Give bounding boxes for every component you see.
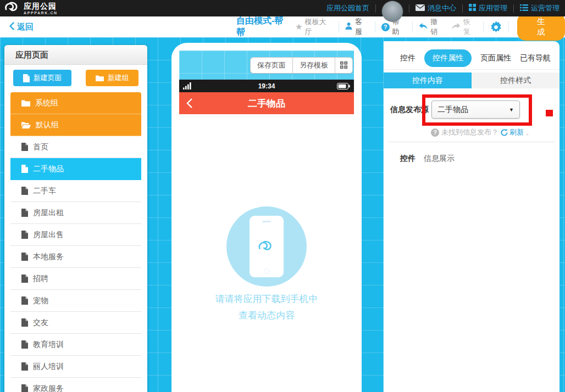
- new-group-button[interactable]: 新建组: [86, 70, 139, 86]
- file-icon: [21, 231, 28, 239]
- annotation-red-square: [546, 110, 553, 116]
- user-avatar[interactable]: [382, 1, 403, 22]
- phone-status-bar: 19:34: [179, 80, 354, 92]
- group-row-default[interactable]: 默认组: [10, 114, 141, 136]
- divider: [462, 4, 463, 13]
- file-icon: [21, 384, 28, 392]
- phone-preview-frame: 保存页面 另存模板 19:34 二手物品: [171, 43, 362, 392]
- status-time: 19:34: [179, 82, 354, 90]
- template-hall-button[interactable]: ★ 模板大厅: [295, 17, 333, 37]
- logo-swirl-icon: [4, 2, 21, 15]
- preview-actions: 保存页面 另存模板: [250, 57, 353, 74]
- star-icon: ★: [295, 22, 302, 32]
- app-page-title: 二手物品: [248, 97, 285, 110]
- qr-code-button[interactable]: [335, 58, 352, 73]
- editor-workspace: 应用页面 新建页面 新建组 系统组 默认组 首页 二手物品 二手车 房屋出: [0, 37, 565, 392]
- page-row-dating[interactable]: 交友: [10, 312, 141, 334]
- phone-screen: 19:34 二手物品 请请将应用下载到手机中 查看动态内容: [179, 80, 354, 392]
- page-row-local-service[interactable]: 本地服务: [10, 246, 141, 268]
- page-row-jobs[interactable]: 招聘: [10, 268, 141, 290]
- back-chevron-icon: [9, 22, 14, 32]
- group-row-system[interactable]: 系统组: [10, 92, 141, 114]
- app-back-icon[interactable]: [186, 98, 193, 111]
- file-icon: [21, 187, 28, 195]
- customer-service-button[interactable]: 客服: [345, 17, 369, 37]
- page-row-pets[interactable]: 宠物: [10, 290, 141, 312]
- settings-gear-icon[interactable]: [490, 21, 502, 33]
- divider: [513, 4, 514, 13]
- page-row-house-rent[interactable]: 房屋出租: [10, 202, 141, 224]
- new-page-button[interactable]: 新建页面: [13, 70, 71, 86]
- file-icon: [21, 143, 28, 151]
- divider: [412, 21, 413, 32]
- undo-button[interactable]: 撤销: [419, 17, 444, 37]
- download-illustration: [226, 206, 307, 287]
- top-link-app-manage[interactable]: 应用管理: [469, 3, 507, 13]
- save-page-button[interactable]: 保存页面: [251, 58, 293, 73]
- download-hint-text: 请请将应用下载到手机中 查看动态内容: [215, 291, 318, 324]
- pages-panel-title: 应用页面: [4, 45, 147, 65]
- top-link-messages[interactable]: 消息中心: [416, 3, 456, 13]
- annotation-red-box: [422, 94, 532, 126]
- mini-phone-icon: [250, 216, 284, 277]
- tab-page-properties[interactable]: 页面属性: [480, 53, 511, 63]
- divider: [339, 21, 339, 32]
- folder-icon: [96, 75, 104, 81]
- divider: [508, 21, 509, 32]
- divider: [375, 21, 375, 32]
- subtab-widget-style[interactable]: 控件样式: [472, 72, 560, 88]
- logo-title: 应用公园: [24, 2, 58, 10]
- battery-icon: [337, 83, 350, 89]
- page-row-home[interactable]: 首页: [10, 136, 141, 158]
- subtab-widget-content[interactable]: 控件内容: [384, 72, 472, 88]
- tab-widget-properties[interactable]: 控件属性: [424, 49, 472, 67]
- list-icon: [520, 4, 528, 13]
- question-icon: ?: [431, 128, 439, 137]
- refresh-link[interactable]: 刷新: [501, 127, 524, 137]
- pages-list: 系统组 默认组 首页 二手物品 二手车 房屋出租 房屋出售 本地服务 招聘 宠物…: [10, 92, 141, 392]
- editor-toolbar: 返回 自由模式-帮帮 ★ 模板大厅 客服 ? 帮助 撤销 恢复: [0, 16, 565, 37]
- redo-icon: [452, 23, 461, 31]
- refresh-icon: [501, 129, 508, 136]
- file-icon: [21, 209, 28, 217]
- page-title: 自由模式-帮帮: [236, 15, 291, 38]
- properties-panel: 控件 控件属性 页面属性 已有导航 控件内容 控件样式 信息发布源 二手物品 ▼…: [384, 41, 560, 392]
- page-row-beauty-training[interactable]: 丽人培训: [10, 356, 141, 378]
- top-nav-bar: 应用公园 APPPARK.CN 应用公园首页 消息中心 应用管理 运营管理: [0, 0, 565, 16]
- widget-subtabs: 控件内容 控件样式: [384, 72, 560, 88]
- page-row-housekeeping[interactable]: 家政服务: [10, 378, 141, 392]
- folder-open-icon: [21, 121, 31, 128]
- mail-icon: [416, 4, 425, 13]
- apppark-logo: 应用公园 APPPARK.CN: [4, 2, 58, 15]
- file-icon: [21, 253, 28, 261]
- signal-icon: [183, 82, 192, 89]
- page-row-secondhand-goods[interactable]: 二手物品: [10, 158, 141, 180]
- page-row-house-sale[interactable]: 房屋出售: [10, 224, 141, 246]
- tab-existing-nav[interactable]: 已有导航: [520, 53, 551, 63]
- file-icon: [21, 362, 28, 371]
- redo-button[interactable]: 恢复: [452, 17, 477, 37]
- file-icon: [23, 74, 30, 82]
- divider: [483, 21, 484, 32]
- tab-widgets[interactable]: 控件: [400, 53, 416, 63]
- current-widget-row: 控件 信息展示: [400, 154, 455, 164]
- back-button[interactable]: 返回: [9, 22, 34, 32]
- top-link-ops-manage[interactable]: 运营管理: [520, 3, 560, 13]
- logo-subtitle: APPPARK.CN: [24, 11, 58, 15]
- period-text: 。: [526, 127, 533, 137]
- divider: [375, 4, 376, 13]
- undo-icon: [419, 23, 428, 31]
- source-help-row: ? 未找到信息发布？ 刷新 。: [431, 127, 533, 137]
- widget-value: 信息展示: [424, 154, 455, 164]
- save-as-template-button[interactable]: 另存模板: [293, 58, 335, 73]
- page-row-used-car[interactable]: 二手车: [10, 180, 141, 202]
- file-icon: [21, 296, 28, 305]
- file-icon: [21, 165, 28, 173]
- divider: [409, 4, 409, 13]
- divider: [388, 142, 555, 142]
- page-row-education[interactable]: 教育培训: [10, 334, 141, 356]
- top-link-home[interactable]: 应用公园首页: [326, 3, 369, 13]
- grid-icon: [469, 4, 476, 13]
- not-found-text: 未找到信息发布？: [441, 127, 498, 137]
- properties-tabs: 控件 控件属性 页面属性 已有导航: [384, 41, 560, 70]
